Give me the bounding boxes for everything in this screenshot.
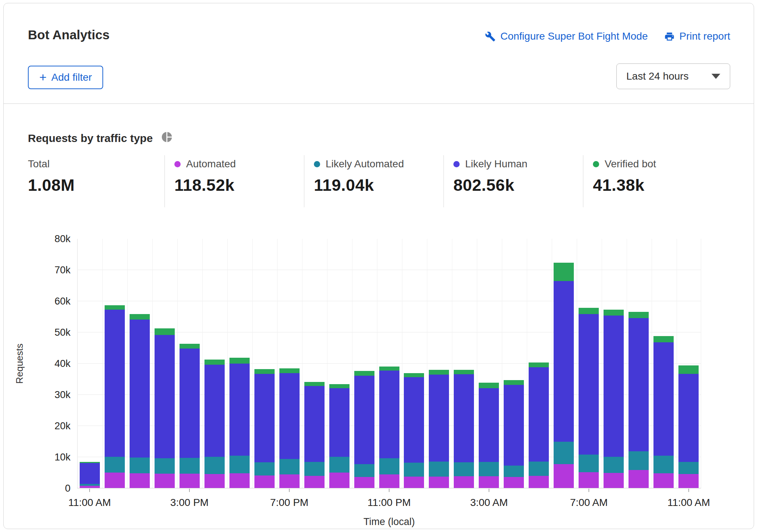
bar-segment-automated[interactable] [604,473,624,488]
bar-segment-automated[interactable] [329,473,349,488]
bar[interactable] [130,314,150,488]
bar-segment-likely-human[interactable] [329,388,349,457]
print-report-link[interactable]: Print report [664,30,731,42]
bar-segment-likely-automated[interactable] [204,457,225,474]
bar-segment-likely-automated[interactable] [130,458,150,473]
bar[interactable] [254,369,275,488]
bar-segment-automated[interactable] [379,474,399,488]
bar-segment-likely-human[interactable] [379,371,399,458]
bar-segment-likely-human[interactable] [254,374,275,462]
bar-segment-likely-human[interactable] [504,385,524,466]
bar-segment-likely-automated[interactable] [404,463,424,477]
bar[interactable] [304,382,325,488]
bar-segment-likely-human[interactable] [454,374,474,462]
bar-segment-automated[interactable] [354,477,374,488]
bar-segment-likely-automated[interactable] [354,464,374,477]
bar[interactable] [653,336,674,488]
bar[interactable] [354,371,374,488]
bar-segment-likely-human[interactable] [304,386,325,462]
bar-segment-verified-bot[interactable] [304,382,325,386]
bar-segment-verified-bot[interactable] [529,362,549,367]
bar[interactable] [479,383,499,488]
bar-segment-verified-bot[interactable] [105,305,125,310]
bar-segment-likely-automated[interactable] [254,462,275,476]
bar-segment-likely-human[interactable] [479,388,499,462]
bar-segment-likely-automated[interactable] [105,457,125,473]
bar[interactable] [229,358,250,488]
bar-segment-automated[interactable] [429,477,449,488]
bar-segment-likely-automated[interactable] [529,462,549,476]
configure-super-bot-fight-mode-link[interactable]: Configure Super Bot Fight Mode [485,30,648,42]
bar-segment-likely-automated[interactable] [629,451,649,470]
bar[interactable] [105,305,125,488]
bar-segment-verified-bot[interactable] [130,314,150,320]
bar-segment-likely-human[interactable] [429,375,449,462]
bar-segment-verified-bot[interactable] [180,344,200,349]
bar-segment-automated[interactable] [454,476,474,488]
bar-segment-verified-bot[interactable] [504,380,524,385]
bar-segment-verified-bot[interactable] [404,373,424,377]
bar-segment-automated[interactable] [130,473,150,488]
bar-segment-likely-automated[interactable] [329,457,349,472]
bar-segment-verified-bot[interactable] [229,358,250,364]
bar-segment-likely-automated[interactable] [304,462,325,476]
bar[interactable] [629,312,649,488]
bar-segment-likely-automated[interactable] [279,459,300,474]
bar-segment-likely-human[interactable] [678,374,699,462]
bar-segment-likely-human[interactable] [629,318,649,451]
bar-segment-likely-human[interactable] [554,281,574,442]
bar[interactable] [404,373,424,488]
bar[interactable] [329,384,349,488]
bar-segment-automated[interactable] [579,472,599,488]
bar-segment-automated[interactable] [479,476,499,488]
bar-segment-likely-human[interactable] [354,376,374,464]
bar-segment-verified-bot[interactable] [155,328,175,335]
bar[interactable] [180,344,200,488]
bar-segment-automated[interactable] [304,476,325,488]
bar-segment-likely-automated[interactable] [155,458,175,474]
bar-segment-verified-bot[interactable] [678,365,699,374]
bar-segment-likely-human[interactable] [529,367,549,462]
bar-segment-automated[interactable] [105,473,125,488]
bar-segment-likely-human[interactable] [155,335,175,458]
bar-segment-automated[interactable] [554,464,574,488]
bar-segment-verified-bot[interactable] [204,360,225,365]
bar-segment-verified-bot[interactable] [429,370,449,375]
bar-segment-likely-automated[interactable] [180,458,200,474]
bar-segment-likely-automated[interactable] [653,456,674,473]
bar-segment-automated[interactable] [529,476,549,488]
bar-segment-likely-human[interactable] [653,342,674,456]
bar-segment-automated[interactable] [180,474,200,488]
bar-segment-likely-human[interactable] [80,463,100,484]
bar-segment-verified-bot[interactable] [579,308,599,314]
bar-segment-likely-human[interactable] [130,320,150,458]
bar[interactable] [678,365,699,488]
bar-segment-likely-human[interactable] [579,314,599,455]
bar-segment-automated[interactable] [155,474,175,488]
bar-segment-likely-human[interactable] [229,364,250,455]
bar[interactable] [279,368,300,488]
bar[interactable] [204,360,225,488]
bar[interactable] [155,328,175,488]
bar[interactable] [554,263,574,488]
bar[interactable] [604,310,624,488]
bar-segment-likely-automated[interactable] [604,457,624,473]
bar-segment-automated[interactable] [678,474,699,488]
bar-segment-automated[interactable] [653,473,674,488]
bar-segment-likely-automated[interactable] [678,462,699,474]
bar-segment-likely-automated[interactable] [429,462,449,477]
bar-segment-automated[interactable] [504,477,524,488]
bar-segment-verified-bot[interactable] [629,312,649,318]
bar-segment-likely-automated[interactable] [579,455,599,472]
bar-segment-likely-human[interactable] [404,377,424,463]
bar-segment-verified-bot[interactable] [379,367,399,371]
bar-segment-automated[interactable] [80,486,100,488]
bar-segment-likely-automated[interactable] [454,462,474,476]
bar-segment-likely-automated[interactable] [229,456,250,473]
bar-segment-verified-bot[interactable] [329,384,349,388]
bar-segment-likely-automated[interactable] [554,442,574,464]
bar-segment-likely-human[interactable] [279,373,300,459]
bar-segment-automated[interactable] [404,477,424,488]
bar-segment-verified-bot[interactable] [479,383,499,388]
bar[interactable] [579,308,599,488]
